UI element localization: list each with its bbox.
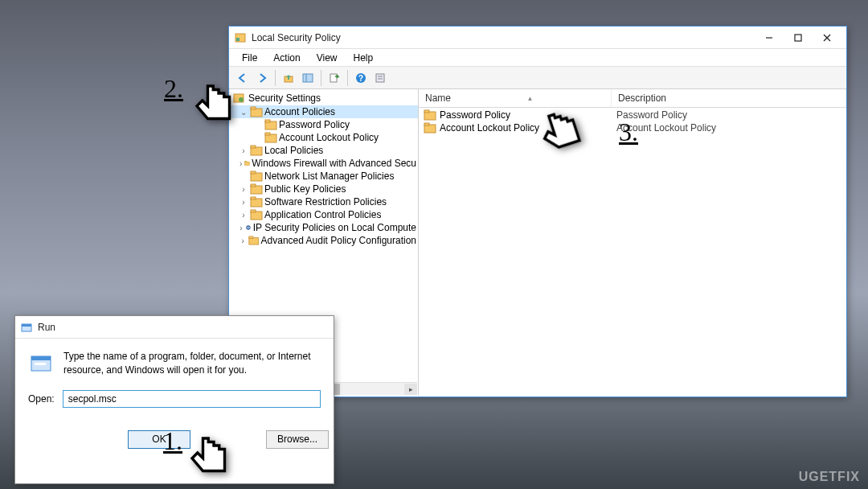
tree-label: Password Policy [279,119,350,130]
tree-label: Network List Manager Policies [264,171,394,182]
tree-password-policy[interactable]: Password Policy [229,118,418,131]
show-hide-tree-button[interactable] [299,69,317,87]
tree-software-restriction[interactable]: › Software Restriction Policies [229,195,418,208]
run-large-icon [28,350,54,376]
step-3-label: 3. [619,117,638,147]
menubar: File Action View Help [229,49,846,67]
svg-rect-43 [22,324,31,327]
svg-rect-41 [424,123,429,125]
sort-asc-icon: ▲ [527,95,534,102]
expand-icon[interactable]: › [239,224,244,232]
open-label: Open: [28,393,55,405]
watermark: UGETFIX [799,470,860,484]
tree-label: Public Key Policies [264,183,346,195]
lsp-title: Local Security Policy [252,32,755,43]
svg-rect-12 [376,74,384,82]
up-folder-button[interactable] [280,69,297,87]
expand-icon[interactable]: › [239,236,247,245]
col-name-label: Name [425,92,451,104]
svg-rect-26 [245,161,248,162]
tree-label: Account Policies [264,106,335,117]
menu-help[interactable]: Help [346,51,382,65]
tree-label: Advanced Audit Policy Configuration [261,235,416,246]
row-name: Account Lockout Policy [440,122,539,134]
list-header: Name ▲ Description [419,89,846,108]
help-button[interactable]: ? [352,69,370,87]
svg-rect-39 [424,110,429,113]
tree-label: IP Security Policies on Local Compute [253,222,416,233]
menu-view[interactable]: View [309,51,346,65]
svg-rect-37 [249,236,253,239]
toolbar-sep [347,70,348,86]
svg-rect-46 [35,363,46,365]
svg-rect-7 [303,74,313,82]
row-name: Password Policy [440,109,510,121]
svg-rect-20 [265,120,270,122]
svg-rect-3 [795,35,801,41]
svg-rect-32 [251,197,256,199]
close-button[interactable] [813,28,841,47]
menu-action[interactable]: Action [265,51,308,65]
step-2-label: 2. [164,74,183,104]
svg-rect-9 [330,74,337,82]
step-1-label: 1. [163,426,182,456]
svg-rect-28 [251,171,256,174]
svg-rect-30 [251,184,256,187]
folder-icon [424,122,436,134]
svg-rect-18 [251,107,256,109]
row-desc: Account Lockout Policy [612,122,846,134]
cursor-hand-icon [190,79,248,137]
toolbar-sep [321,70,321,86]
tree-ipsec[interactable]: › IP Security Policies on Local Compute [229,221,418,234]
svg-rect-24 [251,146,256,148]
run-title: Run [38,322,329,333]
toolbar: ? [229,67,846,89]
expand-icon[interactable]: › [239,198,248,207]
window-controls [755,28,841,47]
col-desc-header[interactable]: Description [612,89,846,107]
tree-windows-firewall[interactable]: › Windows Firewall with Advanced Secu [229,157,418,170]
svg-text:?: ? [358,74,363,83]
browse-button[interactable]: Browse... [266,430,329,449]
run-body: Type the name of a program, folder, docu… [15,339,334,430]
run-titlebar[interactable]: Run [15,316,334,339]
open-input[interactable] [63,390,321,408]
tree-root-label: Security Settings [248,92,321,104]
tree-label: Account Lockout Policy [279,132,379,143]
tree-public-key[interactable]: › Public Key Policies [229,183,418,195]
svg-rect-34 [251,210,256,212]
toolbar-sep [275,70,276,86]
tree-network-list[interactable]: Network List Manager Policies [229,170,418,183]
run-dialog: Run Type the name of a program, folder, … [14,315,334,484]
run-icon [20,321,33,334]
forward-button[interactable] [253,69,271,87]
cursor-hand-icon [185,431,243,489]
tree-account-lockout-policy[interactable]: Account Lockout Policy [229,131,418,144]
folder-icon [424,109,436,121]
expand-icon[interactable]: › [239,159,243,168]
tree-label: Windows Firewall with Advanced Secu [252,158,416,169]
tree-advanced-audit[interactable]: › Advanced Audit Policy Configuration [229,234,418,247]
expand-icon[interactable]: › [239,185,248,194]
lsp-titlebar[interactable]: Local Security Policy [229,27,846,49]
svg-rect-1 [236,38,240,41]
tree-app-control[interactable]: › Application Control Policies [229,208,418,221]
menu-file[interactable]: File [234,51,265,65]
svg-rect-45 [31,356,51,360]
properties-button[interactable] [371,69,389,87]
lsp-app-icon [234,31,247,44]
tree-label: Local Policies [264,145,323,156]
expand-icon[interactable]: › [239,211,248,220]
expand-icon[interactable]: › [239,146,248,155]
export-button[interactable] [326,69,343,87]
tree-label: Application Control Policies [264,209,381,220]
scroll-right-button[interactable]: ▸ [404,384,417,395]
run-description: Type the name of a program, folder, docu… [63,350,321,377]
tree-local-policies[interactable]: › Local Policies [229,144,418,157]
maximize-button[interactable] [784,28,813,47]
tree-root[interactable]: Security Settings [229,91,418,105]
tree-account-policies[interactable]: ⌄ Account Policies [229,105,418,118]
minimize-button[interactable] [755,28,784,47]
row-desc: Password Policy [612,109,846,121]
svg-rect-22 [265,133,270,135]
